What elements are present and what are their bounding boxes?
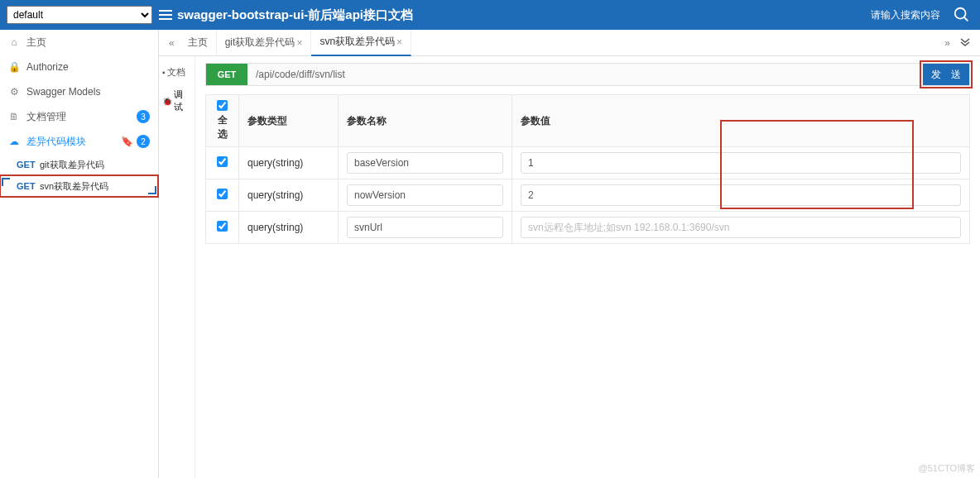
param-type: query(string) <box>239 179 339 212</box>
send-button[interactable]: 发 送 <box>923 64 969 85</box>
close-icon[interactable]: × <box>296 37 302 49</box>
doc-icon: 🗎 <box>8 111 20 122</box>
sidebar: ⌂主页 🔒Authorize ⚙Swagger Models 🗎文档管理3 ☁差… <box>0 30 159 478</box>
group-select[interactable]: default <box>7 6 152 24</box>
svg-line-4 <box>964 17 968 22</box>
table-row: query(string) nowVersion <box>206 179 970 212</box>
row-checkbox[interactable] <box>217 156 228 167</box>
tabs-next[interactable]: » <box>939 37 955 49</box>
param-type: query(string) <box>239 147 339 179</box>
bug-icon: 🐞 <box>162 97 172 106</box>
select-all-checkbox[interactable] <box>217 100 228 111</box>
subtab-debug[interactable]: 🐞调试 <box>159 84 195 118</box>
param-name: baseVersion <box>347 152 503 174</box>
param-name: nowVersion <box>347 184 503 206</box>
tab-git[interactable]: git获取差异代码× <box>217 30 312 56</box>
left-subtabs: ▪文档 🐞调试 <box>159 56 195 478</box>
sidebar-item-authorize[interactable]: 🔒Authorize <box>0 55 158 79</box>
main-area: « 主页 git获取差异代码× svn获取差异代码× » ▪文档 🐞调试 GET… <box>159 30 980 478</box>
tag-icon: 🔖 <box>121 136 133 147</box>
search-placeholder[interactable]: 请输入搜索内容 <box>871 8 940 22</box>
col-name: 参数名称 <box>339 95 512 147</box>
table-row: query(string) svnUrl <box>206 212 970 244</box>
tab-bar: « 主页 git获取差异代码× svn获取差异代码× » <box>159 30 980 56</box>
api-url[interactable]: /api/code/diff/svn/list <box>247 64 923 85</box>
col-value: 参数值 <box>512 95 970 147</box>
app-title: swagger-bootstrap-ui-前后端api接口文档 <box>159 7 871 23</box>
api-url-row: GET /api/code/diff/svn/list 发 送 <box>205 63 970 86</box>
param-value-input[interactable] <box>521 152 961 174</box>
main-body: ▪文档 🐞调试 GET /api/code/diff/svn/list 发 送 … <box>159 56 980 478</box>
subtab-doc[interactable]: ▪文档 <box>159 61 195 84</box>
svg-rect-2 <box>159 18 172 20</box>
tab-svn[interactable]: svn获取差异代码× <box>311 30 411 56</box>
close-icon[interactable]: × <box>396 36 402 48</box>
sidebar-sub-git[interactable]: GETgit获取差异代码 <box>0 154 158 175</box>
badge: 2 <box>137 135 150 148</box>
search-icon[interactable] <box>950 3 973 26</box>
home-icon: ⌂ <box>8 36 20 48</box>
header-bar: default swagger-bootstrap-ui-前后端api接口文档 … <box>0 0 980 30</box>
tabs-more[interactable] <box>955 36 975 49</box>
row-checkbox[interactable] <box>217 221 228 232</box>
param-value-input[interactable] <box>521 217 961 238</box>
row-checkbox[interactable] <box>217 189 228 199</box>
sidebar-item-docmgr[interactable]: 🗎文档管理3 <box>0 104 158 129</box>
svg-rect-0 <box>159 10 172 12</box>
tabs-prev[interactable]: « <box>164 37 180 49</box>
lock-icon: 🔒 <box>8 61 20 73</box>
col-check: 全选 <box>206 95 239 147</box>
badge: 3 <box>137 110 150 123</box>
sidebar-item-home[interactable]: ⌂主页 <box>0 30 158 55</box>
param-value-input[interactable] <box>521 184 961 206</box>
group-select-wrap: default <box>7 6 152 24</box>
table-row: query(string) baseVersion <box>206 147 970 179</box>
param-type: query(string) <box>239 212 339 244</box>
cloud-icon: ☁ <box>8 136 20 147</box>
col-type: 参数类型 <box>239 95 339 147</box>
param-name: svnUrl <box>347 217 503 238</box>
sidebar-sub-svn[interactable]: GETsvn获取差异代码 <box>0 175 158 197</box>
sidebar-item-models[interactable]: ⚙Swagger Models <box>0 79 158 104</box>
menu-icon[interactable] <box>159 8 172 22</box>
method-badge: GET <box>206 64 247 85</box>
svg-rect-1 <box>159 14 172 16</box>
tab-home[interactable]: 主页 <box>180 30 217 56</box>
watermark: @51CTO博客 <box>919 462 975 475</box>
params-table: 全选 参数类型 参数名称 参数值 query(string) baseVersi… <box>205 94 970 244</box>
content-panel: GET /api/code/diff/svn/list 发 送 全选 参数类型 … <box>195 56 980 478</box>
gear-icon: ⚙ <box>8 86 20 98</box>
file-icon: ▪ <box>162 68 166 77</box>
sidebar-item-diffmodule[interactable]: ☁差异代码模块🔖2 <box>0 129 158 154</box>
svg-point-3 <box>955 8 966 19</box>
